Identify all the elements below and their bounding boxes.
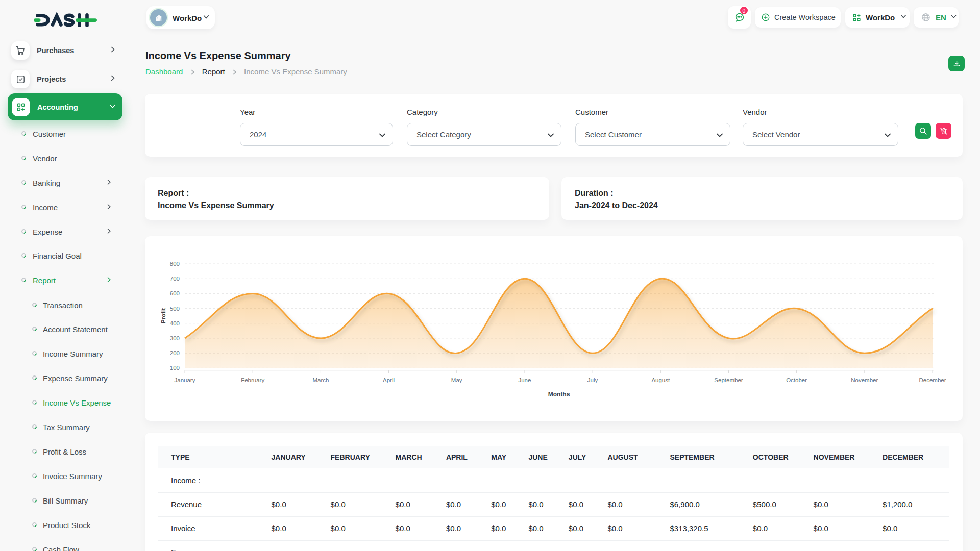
svg-text:October: October	[786, 377, 807, 383]
svg-text:April: April	[383, 377, 395, 383]
svg-text:July: July	[587, 377, 598, 383]
svg-text:September: September	[714, 377, 743, 383]
svg-text:400: 400	[170, 320, 180, 327]
svg-text:March: March	[312, 377, 329, 383]
svg-text:January: January	[175, 377, 195, 383]
svg-text:600: 600	[170, 290, 180, 296]
svg-text:May: May	[451, 377, 462, 383]
svg-text:Profit: Profit	[160, 308, 166, 323]
svg-text:June: June	[518, 377, 531, 383]
svg-text:200: 200	[170, 350, 180, 356]
svg-text:February: February	[241, 377, 264, 383]
svg-text:300: 300	[170, 335, 180, 341]
svg-text:800: 800	[170, 261, 180, 267]
svg-text:August: August	[651, 377, 670, 383]
svg-text:December: December	[919, 377, 946, 383]
svg-text:700: 700	[170, 276, 180, 282]
svg-text:500: 500	[170, 306, 180, 312]
svg-text:Months: Months	[548, 391, 570, 398]
svg-text:November: November	[851, 377, 878, 383]
svg-text:100: 100	[170, 365, 180, 371]
